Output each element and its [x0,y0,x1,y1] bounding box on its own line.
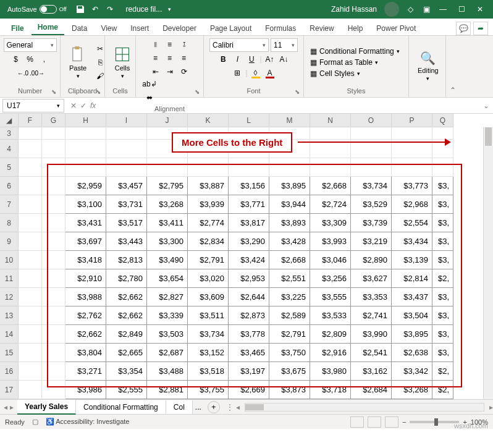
dialog-launcher-icon[interactable]: ⬊ [96,88,103,96]
font-size-combo[interactable]: 11▾ [271,38,298,52]
name-box[interactable]: U17 ▾ [2,99,64,112]
cell[interactable] [65,140,106,158]
cells-button[interactable]: Cells ▾ [110,44,135,80]
row-header[interactable]: 15 [0,344,19,362]
cell[interactable] [19,251,42,269]
wrap-text-icon[interactable]: ab↲ [143,78,156,90]
close-button[interactable]: ✕ [471,0,489,19]
user-avatar[interactable] [384,2,399,17]
cell[interactable] [19,214,42,232]
row-header[interactable]: 10 [0,251,19,269]
cell[interactable] [351,127,392,140]
row-header[interactable]: 8 [0,214,19,232]
macro-recorder-icon[interactable]: ▢ [32,418,38,426]
tab-review[interactable]: Review [303,20,340,35]
enter-icon[interactable]: ✓ [80,101,86,110]
cell[interactable] [19,381,42,399]
sheet-nav-next-icon[interactable]: ▸ [10,403,14,412]
dialog-launcher-icon[interactable]: ⬊ [295,88,302,96]
cell[interactable] [106,140,147,158]
cell[interactable] [106,127,147,140]
row-header[interactable]: 11 [0,269,19,288]
scroll-thumb[interactable] [485,127,492,146]
column-header[interactable]: L [229,114,269,127]
column-header[interactable]: F [19,114,42,127]
sheet-tab-col[interactable]: Col [166,400,193,414]
row-header[interactable]: 3 [0,127,19,140]
expand-formula-icon[interactable]: ⌄ [479,101,493,110]
share-button[interactable]: ➦ [473,22,488,35]
currency-button[interactable]: $ [10,53,22,66]
cell[interactable] [432,127,453,140]
minimize-button[interactable]: — [434,0,452,19]
column-header[interactable]: Q [432,114,453,127]
cancel-icon[interactable]: ✕ [70,101,77,110]
present-icon[interactable]: ▣ [421,4,431,14]
diamond-icon[interactable]: ◇ [405,4,415,14]
format-as-table-button[interactable]: ▦Format as Table▾ [309,57,401,67]
number-format-combo[interactable]: General▾ [4,38,57,52]
increase-font-icon[interactable]: A↑ [264,53,276,66]
cell[interactable] [19,195,42,214]
column-header[interactable]: I [106,114,147,127]
tab-help[interactable]: Help [342,20,369,35]
row-header[interactable]: 7 [0,195,19,214]
decrease-indent-icon[interactable]: ⇤ [150,66,162,78]
cell[interactable] [19,232,42,251]
cell-styles-button[interactable]: ▦Cell Styles▾ [309,69,401,78]
cell[interactable] [392,127,432,140]
borders-icon[interactable]: ⊞ [231,67,243,79]
column-header[interactable]: N [310,114,351,127]
zoom-slider[interactable] [410,421,459,423]
sheet-overflow[interactable]: ... [193,403,204,412]
tab-splitter[interactable]: ⋮ [224,403,236,412]
row-header[interactable]: 12 [0,288,19,306]
maximize-button[interactable]: ☐ [452,0,471,19]
align-bottom-icon[interactable]: ⫱ [178,38,190,51]
worksheet-grid[interactable]: ◢ 3456789101112131415161718 FGHIJKLMNOPQ… [0,114,493,399]
column-header[interactable]: M [269,114,310,127]
cell[interactable] [19,127,42,140]
conditional-formatting-button[interactable]: ▦Conditional Formatting▾ [309,46,401,56]
hscroll-right-icon[interactable]: ▸ [489,403,493,412]
dialog-launcher-icon[interactable]: ⬊ [51,88,59,96]
fill-color-icon[interactable]: ◊ [250,67,262,79]
tab-page-layout[interactable]: Page Layout [204,20,258,35]
cell[interactable] [19,325,42,344]
align-right-icon[interactable]: ≡ [178,52,190,64]
tab-formulas[interactable]: Formulas [259,20,302,35]
filename-dropdown-icon[interactable]: ▾ [168,6,171,12]
row-header[interactable]: 4 [0,140,19,158]
tab-home[interactable]: Home [32,19,64,35]
align-left-icon[interactable]: ≡ [150,52,162,64]
redo-icon[interactable]: ↷ [105,4,115,14]
merge-icon[interactable]: ⬌ [143,91,156,104]
cell[interactable] [42,140,65,158]
percent-button[interactable]: % [24,53,36,66]
cell[interactable] [19,177,42,195]
sheet-tab-yearly-sales[interactable]: Yearly Sales [17,400,76,415]
horizontal-scrollbar[interactable] [245,403,484,412]
paste-button[interactable]: Paste ▾ [65,44,90,80]
cell[interactable] [310,127,351,140]
tab-developer[interactable]: Developer [156,20,203,35]
page-layout-view-icon[interactable] [368,416,381,428]
column-header[interactable]: K [188,114,229,127]
add-sheet-button[interactable]: + [208,401,220,413]
tab-power-pivot[interactable]: Power Pivot [370,20,422,35]
undo-icon[interactable]: ↶ [90,4,100,14]
normal-view-icon[interactable] [350,416,364,428]
tab-view[interactable]: View [95,20,123,35]
font-color-icon[interactable]: A [264,67,276,79]
row-header[interactable]: 14 [0,325,19,344]
cell[interactable] [19,269,42,288]
cell[interactable] [19,158,42,177]
collapse-ribbon-icon[interactable]: ⌃ [446,36,460,97]
align-top-icon[interactable]: ⫴ [150,38,162,51]
editing-button[interactable]: 🔍 Editing ▾ [414,49,442,83]
tab-file[interactable]: File [5,20,30,35]
column-header[interactable]: O [351,114,392,127]
tab-data[interactable]: Data [65,20,93,35]
row-header[interactable]: 13 [0,306,19,325]
filename[interactable]: reduce fil... [120,5,169,14]
